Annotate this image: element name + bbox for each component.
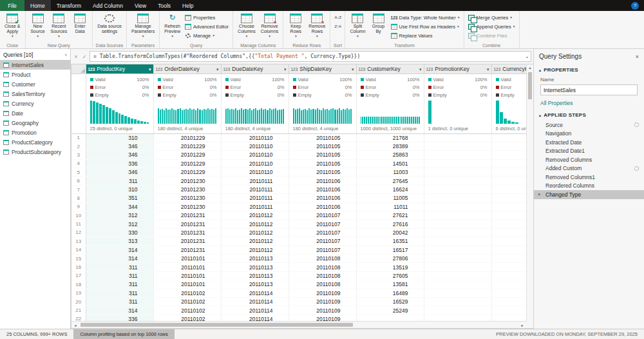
grid-cell[interactable]	[491, 177, 526, 185]
grid-cell[interactable]: 20110112	[221, 246, 289, 254]
grid-cell[interactable]: 27616	[356, 220, 424, 228]
grid-cell[interactable]: 27806	[356, 254, 424, 262]
row-number[interactable]: 22	[71, 315, 86, 321]
grid-cell[interactable]: 346	[86, 168, 153, 177]
grid-cell[interactable]: 20101230	[153, 194, 221, 202]
grid-cell[interactable]: 20110114	[221, 306, 289, 315]
choose-columns-button[interactable]: Choose Columns▾	[236, 13, 258, 39]
sort-za-button[interactable]	[333, 23, 342, 31]
grid-cell[interactable]	[424, 280, 491, 289]
grid-cell[interactable]: 20110106	[289, 185, 356, 193]
row-number[interactable]: 12	[71, 228, 86, 237]
profiling-status-button[interactable]: Column profiling based on top 1000 rows	[73, 329, 174, 339]
sort-az-button[interactable]	[333, 14, 342, 22]
grid-cell[interactable]: 25863	[356, 151, 424, 159]
grid-cell[interactable]	[424, 237, 491, 246]
grid-cell[interactable]: 20110111	[221, 194, 289, 202]
column-histogram[interactable]	[361, 101, 420, 124]
horizontal-scrollbar[interactable]: ◂ ▸	[71, 321, 526, 328]
grid-cell[interactable]	[491, 133, 526, 142]
grid-cell[interactable]: 20110101	[153, 280, 221, 289]
row-number[interactable]: 9	[71, 202, 86, 211]
grid-cell[interactable]: 16351	[356, 237, 424, 246]
grid-cell[interactable]	[491, 237, 526, 246]
properties-button[interactable]: Properties	[184, 14, 230, 22]
applied-step-reordered-columns[interactable]: Reordered Columns	[534, 182, 644, 191]
column-header-duedatekey[interactable]: 123▾DueDateKey	[221, 64, 289, 73]
grid-cell[interactable]: 20110113	[221, 254, 289, 262]
grid-cell[interactable]: 336	[86, 159, 153, 168]
grid-cell[interactable]: 312	[86, 220, 153, 228]
grid-cell[interactable]: 20110114	[221, 315, 289, 321]
column-histogram[interactable]	[225, 101, 285, 124]
grid-cell[interactable]	[491, 194, 526, 202]
grid-cell[interactable]	[491, 168, 526, 177]
data-source-settings-button[interactable]: Data source settings	[95, 13, 124, 35]
filter-icon[interactable]: ▾	[149, 67, 151, 72]
row-number[interactable]: 11	[71, 220, 86, 228]
grid-cell[interactable]: 25249	[356, 306, 424, 315]
grid-cell[interactable]: 20110107	[289, 211, 356, 220]
grid-cell[interactable]	[491, 306, 526, 315]
grid-cell[interactable]: 20101230	[153, 185, 221, 193]
grid-cell[interactable]: 20110111	[221, 202, 289, 211]
grid-cell[interactable]: 20110102	[153, 315, 221, 321]
row-number[interactable]: 8	[71, 194, 86, 202]
grid-cell[interactable]	[491, 246, 526, 254]
grid-cell[interactable]: 20110106	[289, 177, 356, 185]
filter-icon[interactable]: ▾	[352, 67, 354, 72]
applied-step-navigation[interactable]: Navigation	[534, 130, 644, 139]
ribbon-tab-transform[interactable]: Transform	[51, 0, 87, 11]
grid-cell[interactable]: 16529	[356, 297, 424, 305]
grid-cell[interactable]: 20110102	[153, 306, 221, 315]
grid-cell[interactable]	[491, 289, 526, 297]
query-item-product[interactable]: Product	[0, 70, 70, 79]
column-histogram[interactable]	[428, 101, 488, 124]
grid-cell[interactable]	[424, 246, 491, 254]
grid-cell[interactable]	[424, 220, 491, 228]
grid-cell[interactable]: 13519	[356, 263, 424, 271]
delete-step-icon[interactable]: ×	[538, 191, 540, 197]
grid-cell[interactable]	[491, 159, 526, 168]
grid-cell[interactable]: 20110109	[289, 297, 356, 305]
grid-cell[interactable]: 311	[86, 177, 153, 185]
grid-cell[interactable]: 20101231	[153, 246, 221, 254]
grid-cell[interactable]: 20110111	[221, 185, 289, 193]
vertical-scrollbar[interactable]: ▴	[526, 64, 533, 321]
column-header-promotionkey[interactable]: 123▾PromotionKey	[424, 64, 491, 73]
grid-cell[interactable]: 20110110	[221, 159, 289, 168]
enter-data-button[interactable]: Enter Data	[70, 13, 90, 35]
grid-cell[interactable]: 20110107	[289, 228, 356, 237]
grid-cell[interactable]	[424, 202, 491, 211]
grid-cell[interactable]	[491, 220, 526, 228]
grid-cell[interactable]	[424, 271, 491, 280]
gear-icon[interactable]	[634, 122, 639, 127]
row-number[interactable]: 14	[71, 246, 86, 254]
grid-cell[interactable]: 21768	[356, 133, 424, 142]
grid-cell[interactable]: 20110102	[153, 289, 221, 297]
grid-cell[interactable]: 311	[86, 271, 153, 280]
column-header-productkey[interactable]: 123▾ProductKey	[86, 64, 153, 73]
ribbon-tab-add-column[interactable]: Add Column	[87, 0, 129, 11]
grid-cell[interactable]: 20110105	[289, 168, 356, 177]
filter-icon[interactable]: ▾	[284, 67, 287, 72]
grid-cell[interactable]: 344	[86, 202, 153, 211]
select-all-corner[interactable]	[71, 64, 86, 73]
split-column-button[interactable]: Split Column▾	[348, 13, 367, 39]
grid-cell[interactable]	[424, 315, 491, 321]
row-number[interactable]: 6	[71, 177, 86, 185]
grid-cell[interactable]: 20110110	[221, 133, 289, 142]
column-histogram[interactable]	[158, 101, 217, 124]
manage-parameters-button[interactable]: Manage Parameters▾	[129, 13, 156, 39]
remove-columns-button[interactable]: Remove Columns▾	[259, 13, 281, 39]
grid-cell[interactable]: 20110105	[289, 142, 356, 150]
grid-cell[interactable]	[424, 159, 491, 168]
grid-cell[interactable]: 11003	[356, 168, 424, 177]
applied-step-extracted-date[interactable]: Extracted Date	[534, 138, 644, 147]
group-by-button[interactable]: Group By	[369, 13, 388, 35]
advanced-editor-button[interactable]: Advanced Editor	[184, 23, 230, 31]
grid-cell[interactable]: 20110112	[221, 220, 289, 228]
grid-cell[interactable]: 20110113	[221, 271, 289, 280]
grid-cell[interactable]	[424, 263, 491, 271]
grid-cell[interactable]: 20101231	[153, 228, 221, 237]
